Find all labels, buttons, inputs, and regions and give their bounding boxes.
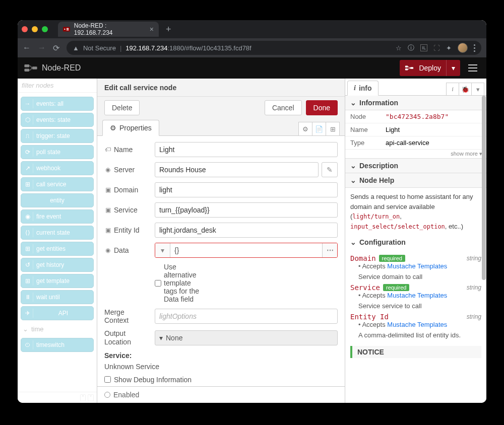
merge-context-label: Merge Context — [104, 308, 150, 324]
merge-context-input[interactable] — [155, 309, 338, 324]
name-input[interactable] — [155, 142, 338, 157]
svg-point-1 — [64, 29, 65, 30]
chevron-down-icon: ▾ — [159, 334, 163, 342]
edit-server-button[interactable]: ✎ — [322, 162, 338, 177]
svg-rect-4 — [24, 64, 29, 67]
pencil-icon: ✎ — [327, 166, 333, 174]
help-text: Sends a request to home assistant for an… — [345, 188, 486, 235]
target-icon: ◉ — [104, 166, 111, 173]
browser-tab[interactable]: Node-RED : 192.168.7.234 × — [58, 22, 159, 37]
enabled-toggle[interactable]: Enabled — [97, 386, 345, 403]
info-icon[interactable]: ⓘ — [408, 43, 414, 52]
deploy-dropdown-icon[interactable]: ▾ — [446, 60, 455, 76]
scrollbar[interactable] — [481, 96, 486, 403]
alt-template-checkbox[interactable]: Use alternative template tags for the Da… — [155, 263, 200, 303]
node-red-logo[interactable]: Node-RED — [24, 63, 81, 73]
chevron-down-icon: ⌄ — [350, 176, 356, 184]
table-row: Node"bc472345.2a8b7" — [345, 110, 486, 123]
sidebar: i info i 🐞 ▾ ⌄Information Node"bc472345.… — [345, 79, 486, 403]
data-value[interactable]: {} — [170, 243, 322, 257]
target-icon: ◉ — [104, 247, 111, 254]
cancel-button[interactable]: Cancel — [265, 100, 302, 115]
deploy-button[interactable]: Deploy ▾ — [400, 60, 460, 76]
name-label: 🏷Name — [104, 146, 150, 154]
cube-icon: ▣ — [104, 227, 111, 234]
svg-rect-6 — [32, 66, 37, 69]
output-location-label: Output Location — [104, 329, 150, 346]
svg-rect-3 — [67, 30, 69, 31]
type-selector-icon[interactable]: ▾ — [155, 243, 170, 257]
service-label: ▣Service — [104, 206, 150, 214]
domain-label: ▣Domain — [104, 186, 150, 194]
tab-strip: Node-RED : 192.168.7.234 × + — [18, 20, 486, 38]
entity-id-input[interactable] — [155, 223, 338, 238]
forward-button[interactable]: → — [38, 43, 46, 52]
show-more-link[interactable]: show more ▾ — [345, 150, 486, 159]
output-location-select[interactable]: ▾None — [155, 330, 338, 345]
configuration-section[interactable]: ⌄Configuration — [345, 238, 486, 246]
properties-tab[interactable]: ⚙ Properties — [102, 120, 159, 136]
back-button[interactable]: ← — [23, 43, 31, 52]
entity-id-label: ▣Entity Id — [104, 226, 150, 234]
profile-avatar[interactable] — [458, 43, 468, 53]
server-label: ◉Server — [104, 166, 150, 174]
mustache-link[interactable]: Mustache Templates — [387, 292, 447, 299]
info-tab[interactable]: i info — [347, 81, 379, 96]
unknown-service-text: Unknown Service — [104, 363, 338, 371]
done-button[interactable]: Done — [306, 100, 338, 115]
information-section[interactable]: ⌄Information — [345, 96, 486, 110]
info-icon-tab[interactable]: i — [446, 83, 459, 96]
minimize-window-button[interactable] — [32, 26, 38, 32]
tab-dropdown-icon[interactable]: ▾ — [471, 83, 484, 96]
reload-button[interactable]: ⟳ — [53, 43, 59, 53]
info-icon: i — [354, 84, 356, 92]
svg-rect-2 — [67, 28, 69, 29]
not-secure-icon: ▲ — [73, 44, 79, 52]
server-select[interactable]: Rounds House — [155, 162, 319, 177]
debug-icon-tab[interactable]: 🐞 — [459, 83, 472, 96]
svg-rect-5 — [24, 68, 29, 72]
table-row: NameLight — [345, 123, 486, 136]
description-section[interactable]: ⌄Description — [345, 159, 486, 173]
node-palette: →events: all ⬡events: state ⎍trigger: st… — [18, 79, 97, 403]
new-tab-button[interactable]: + — [163, 24, 174, 35]
conf-domain: Domain requiredstring — [350, 254, 481, 262]
appearance-tab-icon[interactable]: ⊞ — [326, 122, 340, 136]
node-help-section[interactable]: ⌄Node Help — [345, 173, 486, 188]
star-icon[interactable]: ☆ — [396, 44, 402, 52]
chrome-menu-icon[interactable] — [474, 44, 475, 52]
service-section-header: Service: — [104, 351, 338, 360]
node-red-header: Node-RED Deploy ▾ — [18, 57, 486, 79]
domain-input[interactable] — [155, 182, 338, 197]
service-input[interactable] — [155, 202, 338, 218]
node-settings-icon[interactable]: ⚙ — [298, 122, 312, 136]
mustache-link[interactable]: Mustache Templates — [387, 262, 447, 270]
tab-title: Node-RED : 192.168.7.234 — [74, 22, 146, 36]
conf-service: Service requiredstring — [350, 284, 481, 292]
chevron-down-icon: ⌄ — [350, 99, 356, 107]
fullscreen-icon[interactable]: ⛶ — [433, 44, 440, 52]
delete-button[interactable]: Delete — [104, 100, 140, 115]
url-text: 192.168.7.234:1880/#flow/10c43135.fcd78f — [125, 44, 251, 52]
tray-title: Edit call service node — [97, 79, 345, 97]
expand-editor-icon[interactable]: ⋯ — [322, 243, 337, 257]
close-window-button[interactable] — [22, 26, 28, 32]
extensions-icon[interactable]: ✦ — [446, 44, 452, 52]
maximize-window-button[interactable] — [42, 26, 48, 32]
editor-tray: Edit call service node Delete Cancel Don… — [97, 79, 345, 403]
close-tab-icon[interactable]: × — [150, 25, 154, 33]
data-label: ◉Data — [104, 246, 150, 254]
svg-rect-0 — [63, 27, 70, 31]
data-typed-input[interactable]: ▾ {} ⋯ — [155, 243, 338, 258]
show-debug-checkbox[interactable]: Show Debug Information — [104, 376, 338, 384]
gear-icon: ⚙ — [110, 124, 116, 132]
node-red-favicon — [63, 26, 70, 33]
node-red-logo-icon — [24, 63, 38, 73]
node-id: "bc472345.2a8b7" — [381, 110, 486, 123]
main-menu-button[interactable] — [465, 61, 480, 75]
extension-icon[interactable]: IL — [420, 44, 427, 51]
description-tab-icon[interactable]: 📄 — [312, 122, 326, 136]
enabled-icon — [104, 392, 110, 398]
url-field[interactable]: ▲ Not Secure | 192.168.7.234:1880/#flow/… — [67, 41, 481, 55]
mustache-link[interactable]: Mustache Templates — [387, 321, 447, 328]
